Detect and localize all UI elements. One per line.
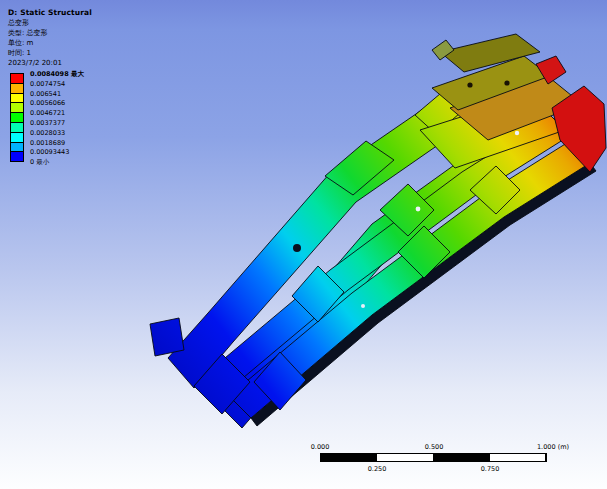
scale-segment: [376, 454, 433, 461]
legend-value-label: 0.0074754: [30, 80, 65, 88]
scale-tick-label: 0.250: [368, 465, 387, 473]
legend-value-label: 0.0084098 最大: [30, 70, 84, 79]
analysis-title: D: Static Structural: [8, 8, 92, 18]
legend-value-label: 0.00093443: [30, 148, 69, 156]
legend-color-band: [10, 151, 24, 162]
scale-tick-label: 1.000 (m): [537, 443, 569, 451]
result-time: 时间: 1: [8, 48, 92, 58]
legend-value-label: 0.0028033: [30, 129, 65, 137]
ansys-viewport[interactable]: D: Static Structural 总变形 类型: 总变形 单位: m 时…: [0, 0, 607, 489]
bolt-hole: [467, 82, 472, 87]
fea-model-canvas[interactable]: [0, 0, 607, 489]
scale-tick-label: 0.000: [311, 443, 330, 451]
legend-value-label: 0.0056066: [30, 99, 65, 107]
pin-hole: [361, 304, 365, 308]
scale-tick-label: 0.500: [425, 443, 444, 451]
scale-bar: [320, 453, 547, 462]
bolt-hole: [504, 80, 509, 85]
result-header: D: Static Structural 总变形 类型: 总变形 单位: m 时…: [8, 8, 92, 68]
legend-value-label: 0.0046721: [30, 109, 65, 117]
result-name: 总变形: [8, 18, 92, 28]
pin-hole: [515, 131, 519, 135]
scale-segment: [434, 454, 489, 461]
legend-value-label: 0.0037377: [30, 119, 65, 127]
model-geometry: [150, 34, 606, 428]
legend-value-label: 0.0018689: [30, 139, 65, 147]
bolt-hole: [293, 244, 301, 252]
legend-value-label: 0.006541: [30, 90, 61, 98]
result-date: 2023/7/2 20:01: [8, 58, 92, 68]
legend-value-label: 0 最小: [30, 158, 49, 167]
scale-segment: [489, 454, 546, 461]
result-unit: 单位: m: [8, 38, 92, 48]
result-type: 类型: 总变形: [8, 28, 92, 38]
scale-tick-label: 0.750: [481, 465, 500, 473]
pin-hole: [416, 207, 421, 212]
scale-segment: [321, 454, 376, 461]
